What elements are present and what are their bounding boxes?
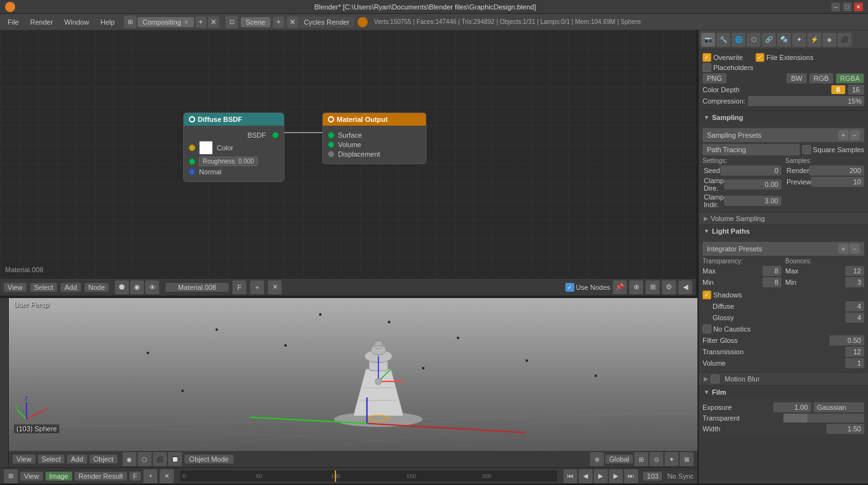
- integrator-del-icon[interactable]: −: [850, 244, 860, 254]
- texture-icon[interactable]: ⬛: [838, 33, 852, 47]
- bsdf-output-socket[interactable]: [272, 132, 279, 138]
- material-icon[interactable]: ◈: [823, 33, 836, 47]
- material-add-icon[interactable]: +: [250, 280, 264, 294]
- node-editor[interactable]: Diffuse BSDF BSDF Color: [0, 30, 697, 297]
- depth-16-btn[interactable]: 16: [848, 85, 864, 95]
- close-button[interactable]: ✕: [854, 3, 863, 11]
- vp-mode-icon2[interactable]: ⬡: [138, 452, 152, 466]
- prev-keyframe-btn[interactable]: ⏮: [564, 469, 577, 483]
- vp-pivot-icon[interactable]: ✦: [665, 452, 678, 466]
- node-select-btn[interactable]: Select: [30, 283, 57, 292]
- exposure-input[interactable]: 1.00: [773, 402, 811, 412]
- play-btn[interactable]: ▶: [594, 469, 608, 483]
- file-menu[interactable]: File: [3, 17, 24, 27]
- scene-props-icon[interactable]: 🔧: [716, 33, 730, 47]
- material-name-field[interactable]: Material.008: [166, 283, 229, 292]
- object-mode-dropdown[interactable]: Object Mode: [184, 455, 234, 464]
- del-slot-icon[interactable]: ✕: [160, 469, 174, 483]
- particles-icon[interactable]: ✦: [792, 33, 806, 47]
- grid-icon[interactable]: ⊞: [646, 280, 660, 294]
- workspace-tab-compositing[interactable]: Compositing ✕: [138, 17, 194, 27]
- viewport-3d[interactable]: User Persp: [9, 298, 697, 451]
- clamp-indirect-input[interactable]: 3.00: [724, 196, 781, 206]
- settings-icon[interactable]: ⚙: [662, 280, 676, 294]
- overwrite-checkbox[interactable]: ✓ Overwrite: [702, 53, 743, 62]
- snap-icon[interactable]: ⊕: [629, 280, 643, 294]
- material-output-node[interactable]: Material Output Surface Volume Displacem…: [322, 112, 426, 164]
- volume-sampling-header[interactable]: ▶ Volume Sampling: [699, 212, 868, 224]
- bounces-max-input[interactable]: 12: [845, 266, 864, 276]
- scene-icon[interactable]: ⊡: [226, 16, 238, 28]
- bottom-image-btn[interactable]: Image: [45, 472, 73, 481]
- format-dropdown[interactable]: PNG: [702, 73, 726, 83]
- vp-mode-icon4[interactable]: 🔲: [168, 452, 182, 466]
- method-dropdown[interactable]: Path Tracing: [702, 144, 800, 155]
- color-input-socket[interactable]: [189, 145, 195, 151]
- sampling-section-header[interactable]: ▼ Sampling: [699, 111, 868, 124]
- motion-blur-header[interactable]: ▶ Motion Blur: [699, 372, 868, 385]
- bounces-min-input[interactable]: 3: [845, 277, 864, 287]
- trans-max-input[interactable]: 8: [763, 266, 781, 276]
- color-swatch[interactable]: [199, 141, 213, 155]
- square-samples-toggle[interactable]: Square Samples: [802, 145, 864, 154]
- node-add-btn[interactable]: Add: [61, 283, 81, 292]
- global-label[interactable]: Global: [605, 455, 633, 464]
- clamp-direct-input[interactable]: 0.00: [724, 179, 781, 189]
- world-icon[interactable]: 🌐: [732, 33, 745, 47]
- close-scene-button[interactable]: ✕: [287, 16, 298, 28]
- node-view-icon[interactable]: 👁: [145, 280, 159, 294]
- roughness-value[interactable]: Roughness: 0.000: [199, 157, 258, 166]
- next-keyframe-btn[interactable]: ⏭: [624, 469, 638, 483]
- vp-snap-icon[interactable]: ⊞: [634, 452, 648, 466]
- physics-icon[interactable]: ⚡: [807, 33, 821, 47]
- modifiers-icon[interactable]: 🔩: [777, 33, 791, 47]
- prev-frame-btn[interactable]: ◀: [579, 469, 593, 483]
- node-material-icon[interactable]: ◉: [130, 280, 144, 294]
- workspace-tab-scene[interactable]: Scene: [241, 17, 270, 27]
- trans-min-input[interactable]: 8: [763, 277, 781, 287]
- collapse-icon[interactable]: ◀: [678, 280, 692, 294]
- use-nodes-toggle[interactable]: ✓ Use Nodes: [565, 283, 610, 292]
- renderer-dropdown[interactable]: Cycles Render: [299, 17, 354, 27]
- vp-view-btn[interactable]: View: [13, 455, 35, 464]
- light-paths-header[interactable]: ▼ Light Paths: [699, 224, 868, 237]
- minimize-button[interactable]: ─: [831, 3, 840, 11]
- integrator-add-icon[interactable]: +: [838, 244, 848, 254]
- surface-socket[interactable]: [328, 132, 334, 138]
- add-slot-icon[interactable]: +: [143, 469, 157, 483]
- volume-val[interactable]: 1: [845, 358, 864, 368]
- layout-icon[interactable]: ⊞: [4, 469, 18, 483]
- vp-object-btn[interactable]: Object: [90, 455, 118, 464]
- timeline-track[interactable]: 0 50 100 150 200: [180, 470, 557, 482]
- presets-add-icon[interactable]: +: [838, 130, 848, 140]
- node-node-btn[interactable]: Node: [85, 283, 109, 292]
- material-del-icon[interactable]: ✕: [268, 280, 282, 294]
- integrator-dropdown[interactable]: Integrator Presets + −: [702, 242, 864, 256]
- render-input[interactable]: 200: [809, 165, 864, 176]
- transmission-val[interactable]: 12: [845, 347, 864, 357]
- add-workspace-button[interactable]: +: [195, 16, 207, 28]
- bw-btn[interactable]: BW: [787, 73, 807, 83]
- preview-input[interactable]: 10: [811, 177, 864, 187]
- filter-gloss-input[interactable]: 0.50: [829, 335, 864, 345]
- rgb-btn[interactable]: RGB: [809, 73, 833, 83]
- roughness-socket[interactable]: [189, 159, 195, 165]
- vp-prop-icon[interactable]: ⊙: [649, 452, 663, 466]
- bottom-view-btn[interactable]: View: [20, 472, 43, 481]
- frame-current[interactable]: 103: [643, 472, 662, 481]
- filter-type-dropdown[interactable]: Gaussian: [814, 402, 864, 412]
- vp-select-btn[interactable]: Select: [38, 455, 65, 464]
- file-extensions-checkbox[interactable]: ✓ File Extensions: [756, 53, 814, 62]
- displacement-socket[interactable]: [328, 151, 334, 157]
- normal-socket[interactable]: [189, 169, 195, 175]
- vp-mode-icon1[interactable]: ◉: [123, 452, 136, 466]
- render-menu[interactable]: Render: [25, 17, 58, 27]
- camera-icon[interactable]: 📷: [701, 33, 715, 47]
- depth-8-btn[interactable]: 8: [831, 85, 845, 94]
- material-f-btn[interactable]: F: [232, 280, 246, 294]
- workspace-icon[interactable]: ⊞: [124, 16, 136, 28]
- vp-global-icon[interactable]: ⊕: [590, 452, 604, 466]
- sampling-presets-dropdown[interactable]: Sampling Presets + −: [702, 128, 864, 142]
- rgba-btn[interactable]: RGBA: [836, 73, 864, 83]
- vp-layer-icon[interactable]: ⊠: [680, 452, 694, 466]
